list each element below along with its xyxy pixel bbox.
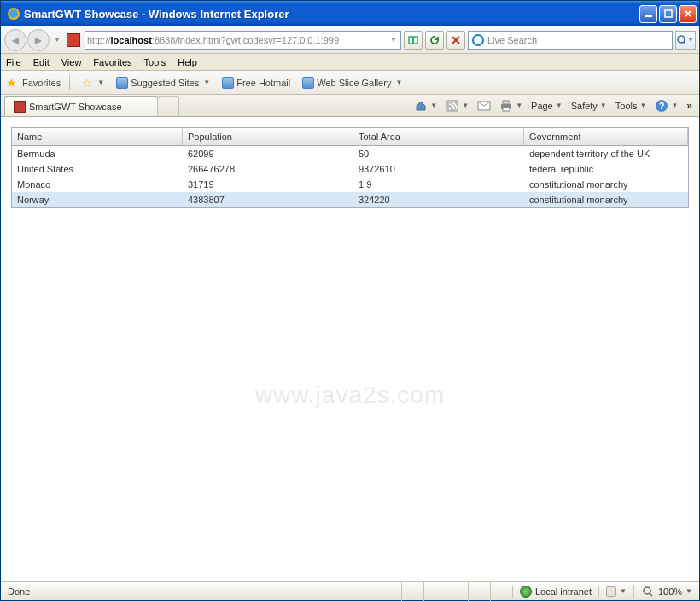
command-bar: ▼ ▼ ▼ Page▼ Safety▼ Tools▼ ?▼ » <box>179 95 699 116</box>
protected-mode[interactable]: ▼ <box>598 586 633 597</box>
chevron-down-icon: ▼ <box>516 102 522 109</box>
menu-help[interactable]: Help <box>178 57 197 67</box>
zoom-value: 100% <box>658 586 682 597</box>
home-button[interactable]: ▼ <box>414 99 437 113</box>
table-row[interactable]: United States 266476278 9372610 federal … <box>12 161 688 177</box>
browser-window: SmartGWT Showcase - Windows Internet Exp… <box>0 0 700 601</box>
menu-favorites[interactable]: Favorites <box>93 57 131 67</box>
cell-area: 50 <box>353 146 524 161</box>
column-header-population[interactable]: Population <box>183 128 353 145</box>
menu-tools[interactable]: Tools <box>144 57 166 67</box>
back-button[interactable]: ◄ <box>4 29 26 51</box>
ie-page-icon <box>116 77 128 89</box>
cell-name: United States <box>12 161 183 177</box>
ie-page-icon <box>302 77 314 89</box>
svg-rect-11 <box>503 108 510 111</box>
tab-title: SmartGWT Showcase <box>29 102 122 112</box>
chevron-down-icon: ▼ <box>620 587 627 595</box>
suggested-sites-link[interactable]: Suggested Sites▼ <box>113 75 213 90</box>
bing-icon <box>472 34 484 46</box>
help-button[interactable]: ?▼ <box>655 99 678 113</box>
cell-name: Norway <box>12 192 183 207</box>
refresh-button[interactable] <box>425 31 444 50</box>
svg-point-5 <box>678 36 685 43</box>
separator <box>69 75 70 90</box>
star-icon: ★ <box>6 76 17 90</box>
status-bar: Done Local intranet ▼ 100% ▼ <box>1 581 699 600</box>
svg-rect-10 <box>503 101 510 104</box>
page-content: Name Population Total Area Government Be… <box>1 117 699 581</box>
search-input[interactable]: Live Search <box>468 31 673 50</box>
status-cells <box>401 582 512 601</box>
stop-button[interactable] <box>446 31 465 50</box>
chevron-down-icon: ▼ <box>203 79 210 86</box>
chevron-down-icon: ▼ <box>462 102 469 109</box>
tab-smartgwt-showcase[interactable]: SmartGWT Showcase <box>4 96 158 116</box>
chevron-down-icon: ▼ <box>97 79 104 86</box>
safety-menu[interactable]: Safety▼ <box>571 101 607 111</box>
compat-view-button[interactable] <box>404 31 423 50</box>
tools-menu[interactable]: Tools▼ <box>615 101 647 111</box>
column-header-name[interactable]: Name <box>12 128 183 145</box>
cell-population: 31719 <box>183 177 353 192</box>
title-bar[interactable]: SmartGWT Showcase - Windows Internet Exp… <box>1 1 699 26</box>
column-header-government[interactable]: Government <box>524 128 688 145</box>
zoom-control[interactable]: 100% ▼ <box>633 585 699 598</box>
favorites-button[interactable]: Favorites <box>22 78 61 88</box>
minimize-button[interactable] <box>639 5 657 23</box>
chevron-down-icon: ▼ <box>639 102 646 109</box>
search-go-button[interactable]: ▾ <box>675 31 696 50</box>
menu-edit[interactable]: Edit <box>33 57 50 67</box>
address-text: http://localhost:8888/index.html?gwt.cod… <box>87 35 388 45</box>
column-header-area[interactable]: Total Area <box>353 128 524 145</box>
status-text: Done <box>1 586 37 597</box>
status-cell <box>490 582 512 601</box>
new-tab-button[interactable] <box>157 96 179 116</box>
maximize-button[interactable] <box>659 5 677 23</box>
rss-icon <box>446 99 459 113</box>
address-dropdown-icon[interactable]: ▼ <box>388 30 399 50</box>
status-cell <box>468 582 490 601</box>
shield-icon <box>606 586 616 597</box>
svg-point-7 <box>449 107 452 109</box>
cell-population: 266476278 <box>183 161 353 177</box>
data-grid[interactable]: Name Population Total Area Government Be… <box>11 127 689 208</box>
cell-population: 62099 <box>183 146 353 161</box>
chevron-down-icon: ▼ <box>685 587 692 595</box>
cell-area: 1.9 <box>353 177 524 192</box>
cell-name: Monaco <box>12 177 183 192</box>
table-row-selected[interactable]: Norway 4383807 324220 constitutional mon… <box>12 192 688 207</box>
cell-government: federal republic <box>524 161 688 177</box>
menu-file[interactable]: File <box>6 57 21 67</box>
table-row[interactable]: Monaco 31719 1.9 constitutional monarchy <box>12 177 688 192</box>
window-title: SmartGWT Showcase - Windows Internet Exp… <box>24 8 639 20</box>
tab-site-icon <box>14 101 26 113</box>
free-hotmail-link[interactable]: Free Hotmail <box>219 75 294 90</box>
tab-strip: SmartGWT Showcase ▼ ▼ ▼ Page▼ Safety▼ To… <box>1 95 699 117</box>
address-bar[interactable]: http://localhost:8888/index.html?gwt.cod… <box>85 31 401 50</box>
mail-icon <box>477 99 491 113</box>
grid-header-row: Name Population Total Area Government <box>12 128 688 146</box>
print-button[interactable]: ▼ <box>499 99 522 113</box>
close-button[interactable] <box>679 5 697 23</box>
toolbar-overflow-button[interactable]: » <box>686 100 692 112</box>
window-controls <box>639 5 697 23</box>
feeds-button[interactable]: ▼ <box>446 99 469 113</box>
navigation-toolbar: ◄ ► ▼ http://localhost:8888/index.html?g… <box>1 26 699 54</box>
read-mail-button[interactable] <box>477 99 491 113</box>
page-menu[interactable]: Page▼ <box>531 101 563 111</box>
search-placeholder: Live Search <box>487 35 537 45</box>
add-favorite-button[interactable]: ☆▼ <box>79 74 108 91</box>
nav-history-dropdown[interactable]: ▼ <box>52 30 62 50</box>
table-row[interactable]: Bermuda 62099 50 dependent territory of … <box>12 146 688 161</box>
menu-view[interactable]: View <box>61 57 82 67</box>
favorites-toolbar: ★ Favorites ☆▼ Suggested Sites▼ Free Hot… <box>1 71 699 95</box>
web-slice-gallery-link[interactable]: Web Slice Gallery▼ <box>299 75 405 90</box>
star-small-icon: ☆ <box>82 76 93 90</box>
cell-name: Bermuda <box>12 146 183 161</box>
forward-button[interactable]: ► <box>27 29 50 51</box>
help-icon: ? <box>655 99 668 113</box>
printer-icon <box>499 99 513 113</box>
security-zone[interactable]: Local intranet <box>512 586 598 598</box>
chevron-down-icon: ▼ <box>671 102 678 109</box>
